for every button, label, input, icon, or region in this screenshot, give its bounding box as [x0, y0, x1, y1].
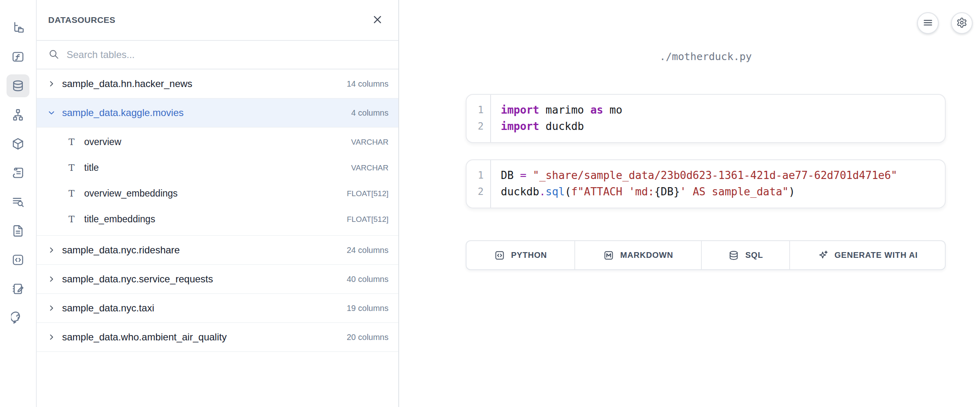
line-numbers: 12 [467, 95, 490, 142]
chevron-right-icon [47, 333, 56, 341]
line-numbers: 12 [467, 160, 490, 208]
sidebar-tool-packages[interactable] [7, 132, 29, 155]
table-column-count: 24 columns [347, 246, 388, 255]
notebook-pencil-icon [11, 282, 25, 296]
table-column-count: 19 columns [347, 304, 388, 313]
marimo-app: DATASOURCES sample_data.hn.hacker_news14… [0, 0, 980, 407]
list-search-icon [11, 195, 25, 209]
database-icon [728, 250, 739, 261]
datasources-panel: DATASOURCES sample_data.hn.hacker_news14… [37, 0, 399, 407]
add-cell-python-button[interactable]: PYTHON [467, 241, 574, 269]
add-cell-label: PYTHON [511, 250, 547, 260]
chevron-right-icon [47, 246, 56, 254]
code-cell[interactable]: 12DB = "_share/sample_data/23b0d623-1361… [466, 159, 946, 208]
column-row[interactable]: TtitleVARCHAR [37, 155, 398, 181]
function-icon [11, 50, 25, 64]
add-cell-label: SQL [745, 250, 763, 260]
scroll-icon [11, 166, 25, 180]
sidebar-tool-dependencies[interactable] [7, 103, 29, 126]
text-type-icon: T [67, 188, 76, 199]
search-tables-input[interactable] [67, 49, 387, 60]
document-icon [11, 224, 25, 238]
sparkles-icon [817, 250, 829, 261]
package-cube-icon [11, 137, 25, 151]
code-editor[interactable]: DB = "_share/sample_data/23b0d623-1361-4… [490, 160, 945, 208]
dependency-graph-icon [11, 108, 25, 122]
panel-title: DATASOURCES [48, 15, 116, 25]
chevron-right-icon [47, 275, 56, 283]
code-box-icon [11, 253, 25, 267]
column-type: FLOAT[512] [347, 215, 388, 224]
add-cell-markdown-button[interactable]: MARKDOWN [574, 241, 701, 269]
add-cell-generate-with-ai-button[interactable]: GENERATE WITH AI [789, 241, 945, 269]
markdown-icon [603, 250, 614, 261]
notebook-filename: ./motherduck.py [466, 51, 946, 63]
add-cell-bar: PYTHONMARKDOWNSQLGENERATE WITH AI [466, 240, 946, 270]
add-cell-label: MARKDOWN [620, 250, 673, 260]
table-row[interactable]: sample_data.nyc.taxi19 columns [37, 294, 398, 323]
column-type: VARCHAR [351, 163, 389, 172]
column-type: VARCHAR [351, 138, 389, 147]
notebook-area: ./motherduck.py 12import marimo as moimp… [399, 0, 980, 407]
sidebar-tool-logs[interactable] [7, 161, 29, 184]
table-name: sample_data.kaggle.movies [62, 107, 184, 119]
column-name: title_embeddings [84, 214, 155, 225]
database-icon [11, 79, 25, 93]
table-name: sample_data.nyc.rideshare [62, 244, 180, 256]
text-type-icon: T [67, 137, 76, 147]
table-column-count: 40 columns [347, 275, 388, 284]
tables-list: sample_data.hn.hacker_news14 columnssamp… [37, 69, 398, 352]
chevron-right-icon [47, 304, 56, 312]
code-cell[interactable]: 12import marimo as moimport duckdb [466, 94, 946, 143]
activity-bar [0, 0, 37, 407]
column-row[interactable]: Ttitle_embeddingsFLOAT[512] [37, 206, 398, 232]
table-column-count: 4 columns [351, 108, 388, 118]
sidebar-tool-documentation[interactable] [7, 219, 29, 242]
code-editor[interactable]: import marimo as moimport duckdb [490, 95, 945, 142]
chevron-down-icon [47, 109, 56, 117]
notebook-column: ./motherduck.py 12import marimo as moimp… [466, 0, 946, 407]
table-name: sample_data.hn.hacker_news [62, 78, 192, 89]
text-type-icon: T [67, 214, 76, 224]
sidebar-tool-datasources[interactable] [7, 74, 29, 97]
table-row[interactable]: sample_data.who.ambient_air_quality20 co… [37, 323, 398, 352]
table-name: sample_data.nyc.taxi [62, 302, 154, 314]
sidebar-tool-snippets[interactable] [7, 248, 29, 271]
gear-icon [956, 17, 967, 29]
column-name: title [84, 162, 99, 173]
table-row[interactable]: sample_data.nyc.service_requests40 colum… [37, 265, 398, 294]
sidebar-tool-tracing[interactable] [7, 190, 29, 213]
table-row[interactable]: sample_data.kaggle.movies4 columns [37, 98, 398, 127]
table-name: sample_data.nyc.service_requests [62, 273, 213, 285]
panel-header: DATASOURCES [37, 0, 398, 41]
table-row[interactable]: sample_data.nyc.rideshare24 columns [37, 236, 398, 265]
column-name: overview_embeddings [84, 188, 178, 199]
sidebar-tool-file-explorer[interactable] [7, 16, 29, 39]
column-row[interactable]: ToverviewVARCHAR [37, 129, 398, 155]
text-type-icon: T [67, 163, 76, 173]
table-column-count: 14 columns [347, 79, 388, 89]
settings-button[interactable] [951, 12, 973, 34]
column-row[interactable]: Toverview_embeddingsFLOAT[512] [37, 181, 398, 206]
column-type: FLOAT[512] [347, 189, 388, 198]
table-columns: ToverviewVARCHARTtitleVARCHARToverview_e… [37, 127, 398, 236]
close-panel-button[interactable] [372, 14, 383, 26]
search-icon [48, 49, 59, 61]
add-cell-sql-button[interactable]: SQL [701, 241, 789, 269]
sidebar-tool-scratchpad[interactable] [7, 277, 29, 300]
column-name: overview [84, 136, 121, 148]
file-tree-icon [11, 21, 25, 35]
close-icon [372, 14, 383, 26]
sidebar-tool-help[interactable] [7, 306, 29, 329]
help-bubble-icon [11, 311, 25, 325]
add-cell-label: GENERATE WITH AI [835, 250, 918, 260]
code-box-icon [494, 250, 505, 261]
sidebar-tool-variables[interactable] [7, 45, 29, 68]
table-row[interactable]: sample_data.hn.hacker_news14 columns [37, 69, 398, 98]
table-column-count: 20 columns [347, 333, 388, 342]
chevron-right-icon [47, 80, 56, 88]
search-bar [37, 41, 398, 69]
table-name: sample_data.who.ambient_air_quality [62, 331, 227, 343]
